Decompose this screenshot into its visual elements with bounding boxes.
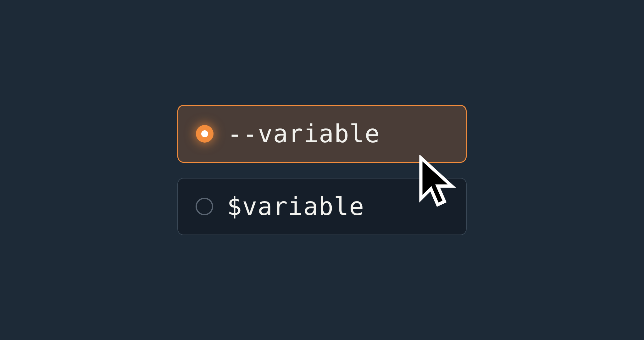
- radio-label: --variable: [227, 120, 380, 148]
- radio-group: --variable $variable: [177, 105, 467, 235]
- radio-label: $variable: [227, 192, 364, 221]
- radio-selected-icon: [196, 125, 214, 143]
- radio-option-css-variable[interactable]: --variable: [177, 105, 467, 163]
- radio-option-scss-variable[interactable]: $variable: [177, 178, 467, 235]
- radio-unselected-icon: [196, 198, 213, 215]
